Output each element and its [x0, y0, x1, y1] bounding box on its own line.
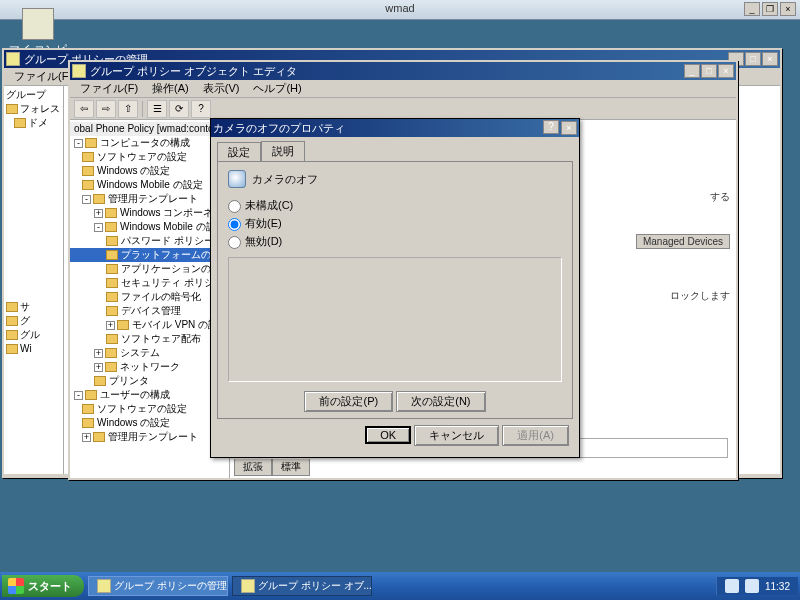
radio-group: 未構成(C) 有効(E) 無効(D) — [228, 198, 562, 249]
tree-node: グ — [6, 314, 61, 328]
help-button[interactable]: ? — [191, 100, 211, 118]
top-close-button[interactable]: × — [780, 2, 796, 16]
top-restore-button[interactable]: ❐ — [762, 2, 778, 16]
ok-button[interactable]: OK — [365, 426, 411, 444]
tray-icon[interactable] — [725, 579, 739, 593]
radio-not-configured[interactable]: 未構成(C) — [228, 198, 562, 213]
expand-icon[interactable]: + — [94, 349, 103, 358]
tree-node: -管理用テンプレート — [70, 192, 229, 206]
tree-node: プリンタ — [70, 374, 229, 388]
managed-devices-button[interactable]: Managed Devices — [636, 234, 730, 249]
tree-node: -Windows Mobile の設定 — [70, 220, 229, 234]
close-button[interactable]: × — [561, 121, 577, 135]
next-setting-button[interactable]: 次の設定(N) — [396, 391, 485, 412]
tree-node: -コンピュータの構成 — [70, 136, 229, 150]
folder-icon — [94, 376, 106, 386]
policy-heading: カメラのオフ — [252, 172, 318, 187]
tree-node: デバイス管理 — [70, 304, 229, 318]
tree-node: +システム — [70, 346, 229, 360]
top-minimize-button[interactable]: _ — [744, 2, 760, 16]
scope-title: obal Phone Policy [wmad:conto — [70, 122, 229, 136]
folder-icon — [14, 118, 26, 128]
titlebar-gpo-editor[interactable]: グループ ポリシー オブジェクト エディタ _ □ × — [70, 62, 736, 80]
left-tree-pane[interactable]: グループ フォレス ドメ サ グ グル Wi — [4, 86, 64, 474]
expand-icon[interactable]: + — [82, 433, 91, 442]
policy-icon — [228, 170, 246, 188]
tree-node: ファイルの暗号化 — [70, 290, 229, 304]
cancel-button[interactable]: キャンセル — [414, 425, 499, 446]
folder-icon — [105, 348, 117, 358]
maximize-button[interactable]: □ — [745, 52, 761, 66]
tree-node: サ — [6, 300, 61, 314]
folder-icon — [105, 362, 117, 372]
apply-button[interactable]: 適用(A) — [502, 425, 569, 446]
tree-node: Wi — [6, 342, 61, 356]
maximize-button[interactable]: □ — [701, 64, 717, 78]
top-taskbar-title: wmad — [385, 2, 414, 14]
folder-icon — [82, 418, 94, 428]
expand-icon[interactable]: + — [94, 209, 103, 218]
taskbar-item[interactable]: グループ ポリシーの管理 — [88, 576, 228, 596]
description-area — [228, 257, 562, 382]
taskbar: スタート グループ ポリシーの管理 グループ ポリシー オブ... 11:32 — [0, 572, 800, 600]
folder-icon — [106, 334, 118, 344]
folder-icon — [106, 306, 118, 316]
collapse-icon[interactable]: - — [74, 139, 83, 148]
expand-icon[interactable]: + — [94, 363, 103, 372]
back-button[interactable]: ⇦ — [74, 100, 94, 118]
system-tray[interactable]: 11:32 — [716, 577, 798, 595]
tree-node: Windows の設定 — [70, 164, 229, 178]
tab-setting[interactable]: 設定 — [217, 142, 261, 162]
tree-node: パスワード ポリシー — [70, 234, 229, 248]
toolbar: ⇦ ⇨ ⇧ ☰ ⟳ ? — [70, 98, 736, 120]
folder-icon — [105, 208, 117, 218]
radio-enabled[interactable]: 有効(E) — [228, 216, 562, 231]
menu-help[interactable]: ヘルプ(H) — [247, 80, 307, 97]
folder-icon — [6, 344, 18, 354]
menu-action[interactable]: 操作(A) — [146, 80, 195, 97]
tab-extended[interactable]: 拡張 — [234, 459, 272, 476]
radio-disabled[interactable]: 無効(D) — [228, 234, 562, 249]
folder-icon — [106, 264, 118, 274]
refresh-button[interactable]: ⟳ — [169, 100, 189, 118]
tree-node: ソフトウェア配布 — [70, 332, 229, 346]
tab-standard[interactable]: 標準 — [272, 459, 310, 476]
tray-icon[interactable] — [745, 579, 759, 593]
tree-pane[interactable]: obal Phone Policy [wmad:conto -コンピュータの構成… — [70, 120, 230, 478]
menubar: ファイル(F) 操作(A) 表示(V) ヘルプ(H) — [70, 80, 736, 98]
forward-button[interactable]: ⇨ — [96, 100, 116, 118]
collapse-icon[interactable]: - — [94, 223, 103, 232]
folder-icon — [85, 390, 97, 400]
taskbar-item-active[interactable]: グループ ポリシー オブ... — [232, 576, 372, 596]
folder-icon — [117, 320, 129, 330]
folder-icon — [82, 404, 94, 414]
folder-icon — [106, 250, 118, 260]
dialog-titlebar[interactable]: カメラのオフのプロパティ ? × — [211, 119, 579, 137]
tree-node: フォレス — [6, 102, 61, 116]
folder-icon — [6, 104, 18, 114]
computer-icon — [22, 8, 54, 40]
dialog-title: カメラのオフのプロパティ — [213, 121, 345, 136]
top-taskbar: wmad _ ❐ × — [0, 0, 800, 20]
collapse-icon[interactable]: - — [74, 391, 83, 400]
close-button[interactable]: × — [762, 52, 778, 66]
folder-icon — [93, 432, 105, 442]
clock: 11:32 — [765, 581, 790, 592]
dialog-camera-off-properties: カメラのオフのプロパティ ? × 設定 説明 カメラのオフ 未構成(C) 有効(… — [210, 118, 580, 458]
minimize-button[interactable]: _ — [684, 64, 700, 78]
tab-explain[interactable]: 説明 — [261, 141, 305, 161]
tree-node: +ネットワーク — [70, 360, 229, 374]
up-button[interactable]: ⇧ — [118, 100, 138, 118]
start-button[interactable]: スタート — [2, 575, 84, 597]
menu-view[interactable]: 表示(V) — [197, 80, 246, 97]
menu-file[interactable]: ファイル(F) — [74, 80, 144, 97]
tree-node: ソフトウェアの設定 — [70, 150, 229, 164]
prev-setting-button[interactable]: 前の設定(P) — [304, 391, 393, 412]
window-title: グループ ポリシー オブジェクト エディタ — [90, 64, 297, 79]
context-help-button[interactable]: ? — [543, 120, 559, 134]
properties-button[interactable]: ☰ — [147, 100, 167, 118]
close-button[interactable]: × — [718, 64, 734, 78]
collapse-icon[interactable]: - — [82, 195, 91, 204]
folder-icon — [106, 236, 118, 246]
expand-icon[interactable]: + — [106, 321, 115, 330]
